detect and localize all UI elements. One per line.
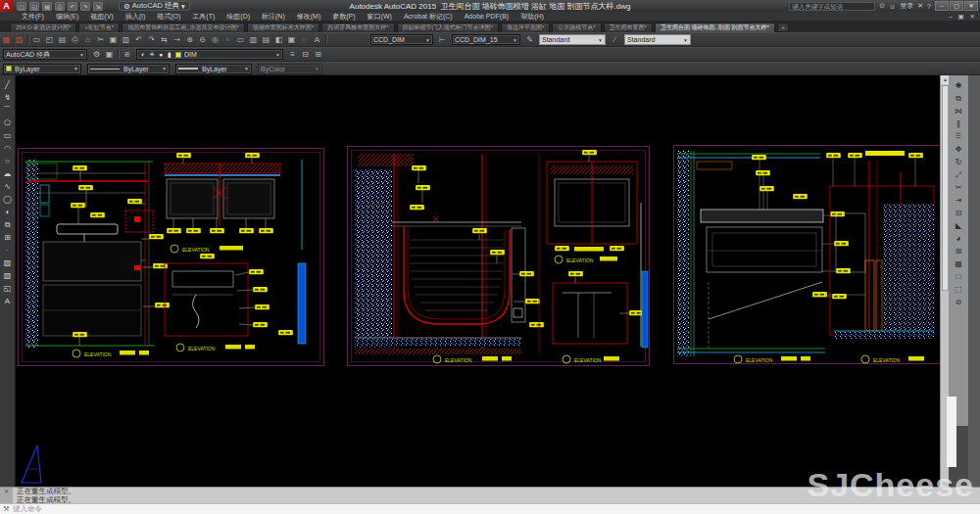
table-style-icon[interactable]: ∕ [610,34,621,46]
layer-state-icon[interactable]: ◐ [139,51,147,59]
menu-item[interactable]: 插入(I) [120,12,152,21]
modify-tool-icon[interactable]: ⋈ [953,105,964,117]
linetype-dropdown[interactable]: ByLayer▼ [87,64,170,74]
text-style-icon[interactable]: ✎ [524,34,536,46]
color-dropdown[interactable]: ByLayer▼ [3,64,81,74]
menu-item[interactable]: 帮助(H) [514,12,550,21]
menu-item[interactable]: 窗口(W) [362,12,398,21]
workspace-save-icon[interactable]: ▣ [104,49,116,61]
modify-tool-icon[interactable]: ⇥ [953,194,964,207]
qat-icon[interactable]: ⇲ [93,2,103,11]
menu-item[interactable]: Adobe PDF(B) [459,12,515,21]
draw-tool-icon[interactable]: ↯ [1,91,14,104]
modify-tool-icon[interactable]: ↻ [953,156,964,168]
text-style-dropdown[interactable]: Standard▼ [539,34,606,45]
menu-item[interactable]: 文件(F) [16,12,50,21]
draw-tool-icon[interactable]: ▧ [1,269,14,282]
file-tab[interactable]: 海边洋平面图* [501,23,550,32]
plotstyle-dropdown[interactable]: ByColor▼ [258,64,322,74]
toolbar-icon[interactable]: ⊕ [184,34,196,46]
draw-tool-icon[interactable]: ◠ [1,142,14,155]
draw-tool-icon[interactable]: A [1,295,14,307]
workspace-settings-icon[interactable]: ⚙ [91,49,103,61]
toolbar-icon[interactable]: ⇆ [159,34,171,46]
draw-tool-icon[interactable]: ◯ [1,193,14,206]
modify-tool-icon[interactable]: ∥ [953,117,964,130]
draw-tool-icon[interactable]: ◖ [1,206,14,218]
toolbar-icon[interactable]: ▥ [248,34,260,46]
search-icon[interactable]: ⊙ [879,2,885,10]
layer-properties-icon[interactable]: ≋ [122,49,133,61]
modify-tool-icon[interactable]: ⊞ [953,245,964,257]
user-icon[interactable]: ☺ [889,3,896,10]
modify-tool-icon[interactable]: ⧉ [953,92,964,105]
file-tab[interactable]: 公共路线节点* [552,23,601,32]
draw-tool-icon[interactable]: ⧉ [1,218,14,231]
file-tab[interactable]: 254 D-家酒店设计图* [10,23,76,32]
toolbar-icon[interactable]: ▣ [286,34,298,46]
qat-icon[interactable]: ↷ [80,2,90,11]
draw-tool-icon[interactable]: ╱ [1,78,14,91]
qat-icon[interactable]: ↶ [68,2,77,11]
toolbar-icon[interactable]: ⊟ [300,49,312,61]
layer-state-icon[interactable]: ☀ [148,51,156,59]
modify-tool-icon[interactable]: ✂ [953,181,964,194]
drawing-area[interactable]: ╱↯⌒⬠▭◠○☁∿◯◖⧉⊞∙▨▧◱A [0,75,980,487]
file-tab[interactable]: 卫生间布置图* [604,23,653,32]
window-button[interactable]: ▢ [950,1,963,11]
command-gutter[interactable]: ✕ [0,488,13,504]
draw-tool-icon[interactable]: ◱ [1,282,14,295]
toolbar-icon[interactable]: ✂ [95,34,107,46]
draw-tool-icon[interactable]: ⊞ [1,231,14,244]
draw-tool-icon[interactable]: ∿ [1,180,14,193]
toolbar-icon[interactable]: ⊖ [197,34,209,46]
toolbar-icon[interactable]: ▣ [108,34,120,46]
modify-tool-icon[interactable]: ◣ [953,219,964,232]
toolbar-icon[interactable]: ≡ [287,49,299,61]
toolbar-icon[interactable]: ↷ [146,34,158,46]
menu-item[interactable]: 格式(O) [151,12,186,21]
toolbar-icon[interactable]: ➝ [172,34,183,46]
new-tab-button[interactable]: + [777,23,789,32]
draw-tool-icon[interactable]: ○ [1,155,14,167]
cart-icon[interactable]: ✕ [917,2,923,10]
modify-tool-icon[interactable]: ⊘ [953,296,964,308]
modify-tool-icon[interactable]: ▦ [953,257,964,270]
draw-tool-icon[interactable]: ⬠ [1,117,14,129]
menu-item[interactable]: 标注(N) [256,12,291,21]
file-tab[interactable]: 墙侧布置图标准大样图* [247,23,319,32]
menu-item[interactable]: 工具(T) [186,12,220,21]
layer-state-icon[interactable]: ▮ [166,51,173,59]
modify-tool-icon[interactable]: ⊟ [953,207,964,219]
toolbar-icon[interactable]: ▤ [261,34,272,46]
menu-item[interactable]: 参数(P) [326,12,361,21]
draw-tool-icon[interactable]: ▨ [1,257,14,269]
search-input[interactable]: 键入关键字或短语 [789,2,875,11]
draw-tool-icon[interactable]: ⌒ [1,104,14,117]
doc-window-controls[interactable]: – ▣ ✕ [949,13,977,21]
modify-tool-icon[interactable]: ◕ [953,232,964,245]
dim-style-icon[interactable]: ⊢ [437,34,449,46]
draw-tool-icon[interactable]: ☁ [1,167,14,180]
toolbar-icon[interactable]: ▭ [235,34,247,46]
window-button[interactable]: – [935,1,949,11]
file-tab[interactable]: 卫生间台面 墙砖饰面..剖面 剖面节点大样* [655,23,775,32]
toolbar-icon[interactable]: ◌ [299,34,311,46]
toolbar-icon[interactable]: ↶ [133,34,145,46]
modify-tool-icon[interactable]: ⤢ [953,168,964,181]
toolbar-icon[interactable]: ▨ [14,34,25,46]
dim-style2-dropdown[interactable]: CCD_DIM_15▼ [452,34,520,45]
modify-tool-icon[interactable]: ⬚ [953,283,964,296]
file-tab[interactable]: +鱼缸节点* [78,23,120,32]
qat-icon[interactable]: ▤ [42,2,52,11]
toolbar-icon[interactable]: ◧ [273,34,285,46]
toolbar-icon[interactable]: ⌂ [82,34,94,46]
menu-item[interactable]: 编辑(E) [50,12,84,21]
draw-tool-icon[interactable]: ▭ [1,129,14,142]
modify-tool-icon[interactable]: □ [953,270,964,283]
lineweight-dropdown[interactable]: ByLayer▼ [175,64,252,74]
toolbar-icon[interactable]: ◰ [44,34,56,46]
menu-item[interactable]: Acrobat 标记(C) [398,12,459,21]
toolbar-icon[interactable]: ◎ [210,34,221,46]
modify-tool-icon[interactable]: ✥ [953,143,964,156]
